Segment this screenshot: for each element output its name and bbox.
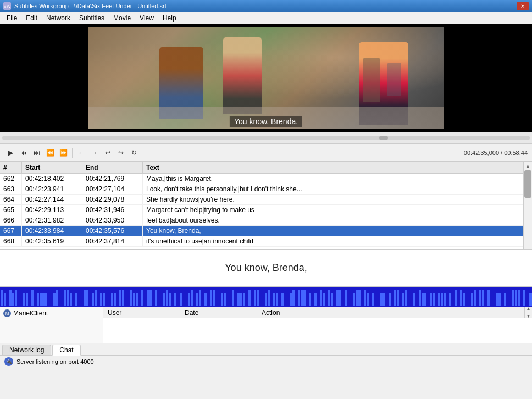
- timeline-bar: [331, 293, 333, 306]
- fastforward-button[interactable]: ⏩: [57, 147, 69, 159]
- timeline-bar: [64, 290, 66, 306]
- table-row[interactable]: 662 00:42:18,402 00:42:21,769 Maya,|this…: [0, 174, 532, 184]
- timeline-bar: [457, 302, 459, 306]
- col-header-start: Start: [22, 162, 82, 173]
- cell-num: 663: [0, 184, 22, 194]
- timeline-bar: [92, 293, 94, 306]
- timeline-bar: [97, 302, 99, 306]
- timeline-bar: [284, 302, 286, 306]
- timeline-bar: [18, 302, 20, 306]
- col-header-num: #: [0, 162, 22, 173]
- scroll-thumb-v[interactable]: [524, 170, 531, 198]
- timeline-bar: [375, 302, 377, 306]
- cell-end: 00:42:35,576: [82, 226, 143, 236]
- tab-network-log[interactable]: Network log: [2, 345, 51, 355]
- shift-right-button[interactable]: →: [88, 147, 101, 159]
- timeline-bar: [56, 290, 58, 306]
- timeline-bar: [345, 290, 347, 306]
- timeline-bar: [273, 293, 275, 306]
- table-row[interactable]: 665 00:42:29,113 00:42:31,946 Margaret c…: [0, 205, 532, 215]
- cell-text: it's unethical to use|an innocent child: [143, 236, 532, 246]
- timeline-bar: [347, 302, 350, 306]
- cell-text: Margaret can't help|trying to make us: [143, 205, 532, 215]
- timeline-bar: [433, 293, 435, 306]
- scroll-track[interactable]: [2, 136, 530, 140]
- table-body: 662 00:42:18,402 00:42:21,769 Maya,|this…: [0, 174, 532, 249]
- timeline-bar: [380, 293, 383, 306]
- timeline-bar: [257, 290, 259, 306]
- timeline-bar: [320, 290, 322, 306]
- play-button[interactable]: ▶: [4, 147, 16, 159]
- timeline-bar: [95, 290, 97, 306]
- minimize-button[interactable]: –: [490, 2, 502, 10]
- rewind-button[interactable]: ⏪: [44, 147, 56, 159]
- timeline-bar: [295, 302, 297, 306]
- client-item[interactable]: M MarielClient: [1, 308, 102, 318]
- table-row[interactable]: 667 00:42:33,984 00:42:35,576 You know, …: [0, 226, 532, 236]
- timeline-bar: [394, 290, 396, 306]
- timeline-bar: [358, 290, 361, 306]
- close-button[interactable]: ✕: [517, 2, 529, 10]
- log-col-date: Date: [180, 307, 257, 318]
- scroll-up-arrow[interactable]: ▲: [524, 162, 532, 170]
- bottom-top: M MarielClient User Date Action ▲ ▼: [0, 307, 532, 343]
- timeline-bar: [383, 293, 385, 306]
- cell-start: 00:42:27,144: [22, 195, 82, 204]
- cell-text: You know, Brenda,: [143, 226, 532, 236]
- table-scrollbar[interactable]: ▲ ▼: [523, 162, 532, 249]
- timeline-bar: [31, 290, 34, 306]
- maximize-button[interactable]: □: [503, 2, 516, 10]
- menu-view[interactable]: View: [135, 13, 158, 23]
- timeline-bar: [479, 290, 481, 306]
- menu-movie[interactable]: Movie: [109, 13, 135, 23]
- timeline-bar: [490, 302, 492, 306]
- timeline-bar: [416, 302, 418, 306]
- menu-help[interactable]: Help: [158, 13, 181, 23]
- timeline-bar: [408, 302, 410, 306]
- scroll-thumb[interactable]: [379, 136, 388, 140]
- col-header-text: Text: [143, 162, 523, 173]
- undo-button[interactable]: ↩: [102, 147, 114, 159]
- prev-frame-button[interactable]: ⏮: [18, 147, 30, 159]
- table-row[interactable]: 663 00:42:23,941 00:42:27,104 Look, don'…: [0, 184, 532, 195]
- next-frame-button[interactable]: ⏭: [31, 147, 43, 159]
- timeline-bar: [463, 293, 465, 306]
- timeline-bar: [512, 290, 514, 306]
- menu-bar: File Edit Network Subtitles Movie View H…: [0, 12, 532, 24]
- table-row[interactable]: 664 00:42:27,144 00:42:29,078 She hardly…: [0, 195, 532, 205]
- redo-button[interactable]: ↪: [115, 147, 127, 159]
- timeline-bar: [342, 302, 344, 306]
- table-row[interactable]: 666 00:42:31,982 00:42:33,950 feel bad|a…: [0, 215, 532, 226]
- timeline-bar: [147, 290, 149, 306]
- menu-network[interactable]: Network: [42, 13, 75, 23]
- video-scrollbar[interactable]: [0, 132, 532, 144]
- timeline-bar: [103, 293, 105, 306]
- subtitle-text: You know, Brenda,: [225, 262, 307, 274]
- table-row[interactable]: 668 00:42:35,619 00:42:37,814 it's uneth…: [0, 236, 532, 247]
- timeline-bar: [188, 293, 190, 306]
- timeline-bar: [292, 290, 295, 306]
- video-frame: You know, Brenda,: [88, 27, 444, 129]
- timeline-bar: [400, 302, 402, 306]
- timeline-bar: [471, 293, 473, 306]
- cell-text: Look, don't take this personally,|but I …: [143, 184, 532, 194]
- menu-subtitles[interactable]: Subtitles: [75, 13, 109, 23]
- tab-chat[interactable]: Chat: [52, 345, 80, 356]
- timeline-bar: [108, 302, 110, 306]
- timeline-bar: [339, 290, 341, 306]
- timeline-bar: [248, 290, 251, 306]
- menu-edit[interactable]: Edit: [21, 13, 42, 23]
- shift-left-button[interactable]: ←: [75, 147, 87, 159]
- timeline-bar: [430, 293, 432, 306]
- timeline[interactable]: [0, 287, 532, 307]
- sync-button[interactable]: ↻: [128, 147, 140, 159]
- timeline-bar: [356, 290, 358, 306]
- timeline-bar: [441, 293, 443, 306]
- menu-file[interactable]: File: [2, 13, 21, 23]
- timeline-bar: [474, 290, 476, 306]
- timeline-bar: [29, 302, 31, 306]
- timeline-bar: [455, 290, 457, 306]
- timeline-bar: [361, 302, 363, 306]
- timeline-bar: [122, 290, 124, 306]
- timeline-bar: [501, 302, 503, 306]
